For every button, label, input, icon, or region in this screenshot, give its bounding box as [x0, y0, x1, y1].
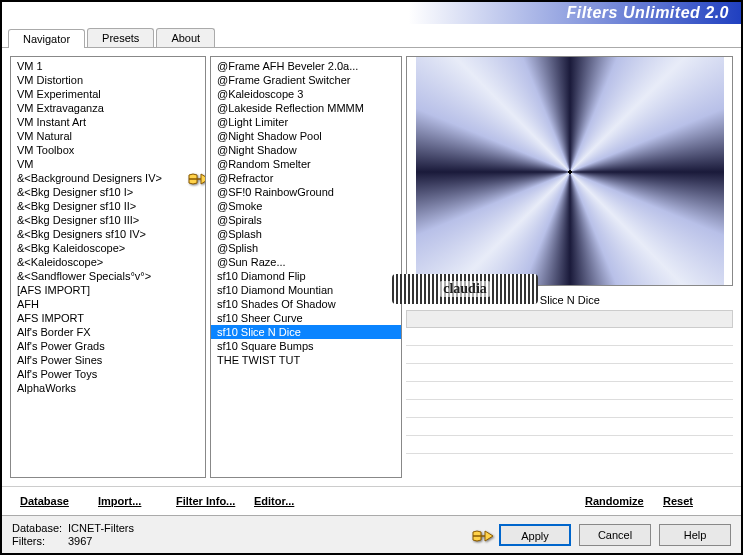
list-item[interactable]: @Frame AFH Beveler 2.0a...: [211, 59, 401, 73]
list-item[interactable]: Alf's Power Grads: [11, 339, 205, 353]
list-item[interactable]: @Refractor: [211, 171, 401, 185]
list-item[interactable]: @Night Shadow Pool: [211, 129, 401, 143]
list-item[interactable]: @Kaleidoscope 3: [211, 87, 401, 101]
list-item[interactable]: VM Instant Art: [11, 115, 205, 129]
cancel-button[interactable]: Cancel: [579, 524, 651, 546]
parameter-row: [406, 436, 733, 454]
list-item[interactable]: VM Distortion: [11, 73, 205, 87]
list-item[interactable]: VM Toolbox: [11, 143, 205, 157]
list-item[interactable]: VM Experimental: [11, 87, 205, 101]
tab-about[interactable]: About: [156, 28, 215, 47]
category-list[interactable]: VM 1VM DistortionVM ExperimentalVM Extra…: [10, 56, 206, 478]
footer-info: Database:ICNET-Filters Filters:3967: [12, 522, 134, 547]
tab-strip: Navigator Presets About: [2, 26, 741, 48]
title-bar: Filters Unlimited 2.0: [2, 2, 741, 24]
list-item[interactable]: VM Natural: [11, 129, 205, 143]
list-item[interactable]: &<Background Designers IV>: [11, 171, 205, 185]
list-item[interactable]: sf10 Slice N Dice: [211, 325, 401, 339]
main-panel: VM 1VM DistortionVM ExperimentalVM Extra…: [2, 48, 741, 486]
list-item[interactable]: @Random Smelter: [211, 157, 401, 171]
list-item[interactable]: sf10 Diamond Mountian: [211, 283, 401, 297]
list-item[interactable]: @Light Limiter: [211, 115, 401, 129]
footer-buttons: Apply Cancel Help: [499, 524, 731, 546]
import-button[interactable]: Import...: [90, 491, 166, 511]
list-item[interactable]: Alf's Power Sines: [11, 353, 205, 367]
apply-button[interactable]: Apply: [499, 524, 571, 546]
list-item[interactable]: [AFS IMPORT]: [11, 283, 205, 297]
category-column: VM 1VM DistortionVM ExperimentalVM Extra…: [10, 56, 206, 478]
pointer-icon: [471, 526, 495, 546]
list-item[interactable]: AlphaWorks: [11, 381, 205, 395]
parameter-header: [406, 310, 733, 328]
list-item[interactable]: Alf's Power Toys: [11, 367, 205, 381]
list-item[interactable]: &<Bkg Designer sf10 II>: [11, 199, 205, 213]
list-item[interactable]: VM 1: [11, 59, 205, 73]
reset-button[interactable]: Reset: [655, 491, 731, 511]
list-item[interactable]: Alf's Border FX: [11, 325, 205, 339]
preview-image: [416, 57, 724, 286]
list-item[interactable]: @Splash: [211, 227, 401, 241]
list-item[interactable]: &<Bkg Kaleidoscope>: [11, 241, 205, 255]
editor-button[interactable]: Editor...: [246, 491, 322, 511]
list-item[interactable]: VM Extravaganza: [11, 101, 205, 115]
parameter-row: [406, 400, 733, 418]
tab-presets[interactable]: Presets: [87, 28, 154, 47]
list-item[interactable]: sf10 Sheer Curve: [211, 311, 401, 325]
preview-column: sf10 Slice N Dice: [406, 56, 733, 478]
list-item[interactable]: sf10 Diamond Flip: [211, 269, 401, 283]
list-item[interactable]: sf10 Shades Of Shadow: [211, 297, 401, 311]
list-item[interactable]: @Spirals: [211, 213, 401, 227]
filter-name-label: sf10 Slice N Dice: [516, 294, 733, 306]
list-item[interactable]: &<Bkg Designer sf10 I>: [11, 185, 205, 199]
app-title: Filters Unlimited 2.0: [566, 4, 729, 22]
list-item[interactable]: @Night Shadow: [211, 143, 401, 157]
list-item[interactable]: &<Kaleidoscope>: [11, 255, 205, 269]
parameter-row: [406, 418, 733, 436]
filters-count: 3967: [68, 535, 92, 547]
help-button[interactable]: Help: [659, 524, 731, 546]
list-item[interactable]: @Lakeside Reflection MMMM: [211, 101, 401, 115]
list-item[interactable]: @Sun Raze...: [211, 255, 401, 269]
list-item[interactable]: @Smoke: [211, 199, 401, 213]
parameter-grid: [406, 310, 733, 478]
parameter-row: [406, 364, 733, 382]
filter-info-button[interactable]: Filter Info...: [168, 491, 244, 511]
list-item[interactable]: &<Bkg Designers sf10 IV>: [11, 227, 205, 241]
list-item[interactable]: AFS IMPORT: [11, 311, 205, 325]
parameter-row: [406, 382, 733, 400]
list-item[interactable]: @SF!0 RainbowGround: [211, 185, 401, 199]
parameter-row: [406, 328, 733, 346]
list-item[interactable]: @Splish: [211, 241, 401, 255]
list-item[interactable]: VM: [11, 157, 205, 171]
list-item[interactable]: THE TWIST TUT: [211, 353, 401, 367]
toolbar: Database Import... Filter Info... Editor…: [2, 486, 741, 515]
filters-label: Filters:: [12, 535, 68, 547]
randomize-button[interactable]: Randomize: [577, 491, 653, 511]
tab-navigator[interactable]: Navigator: [8, 29, 85, 48]
list-item[interactable]: AFH: [11, 297, 205, 311]
list-item[interactable]: @Frame Gradient Switcher: [211, 73, 401, 87]
footer: Database:ICNET-Filters Filters:3967 Appl…: [2, 515, 741, 553]
list-item[interactable]: &<Bkg Designer sf10 III>: [11, 213, 205, 227]
db-value: ICNET-Filters: [68, 522, 134, 534]
database-button[interactable]: Database: [12, 491, 88, 511]
db-label: Database:: [12, 522, 68, 534]
filter-column: @Frame AFH Beveler 2.0a...@Frame Gradien…: [210, 56, 402, 478]
parameter-row: [406, 346, 733, 364]
preview-box: [406, 56, 733, 286]
list-item[interactable]: sf10 Square Bumps: [211, 339, 401, 353]
list-item[interactable]: &<Sandflower Specials°v°>: [11, 269, 205, 283]
filter-list[interactable]: @Frame AFH Beveler 2.0a...@Frame Gradien…: [210, 56, 402, 478]
